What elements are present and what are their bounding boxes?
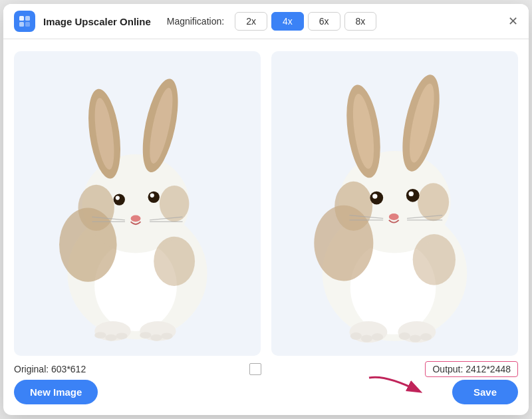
svg-rect-0: [19, 16, 24, 21]
titlebar: Image Upscaler Online Magnification: 2x …: [3, 4, 529, 39]
svg-rect-1: [25, 16, 30, 21]
svg-point-54: [350, 333, 362, 340]
svg-point-47: [389, 213, 399, 220]
svg-point-26: [94, 332, 106, 339]
svg-point-14: [160, 186, 190, 221]
mag-8x-button[interactable]: 8x: [344, 12, 377, 31]
svg-point-18: [150, 194, 154, 198]
svg-point-15: [114, 194, 125, 205]
mag-6x-button[interactable]: 6x: [308, 12, 340, 31]
mag-4x-button[interactable]: 4x: [271, 12, 304, 31]
svg-rect-2: [19, 22, 24, 27]
svg-point-16: [148, 191, 160, 202]
svg-point-55: [361, 335, 372, 342]
svg-point-28: [116, 333, 127, 339]
app-window: Image Upscaler Online Magnification: 2x …: [3, 4, 529, 415]
svg-point-31: [161, 333, 172, 339]
original-dimensions: Original: 603*612: [14, 364, 86, 374]
svg-rect-3: [25, 22, 30, 27]
magnification-buttons: 2x 4x 6x 8x: [235, 12, 376, 31]
svg-point-41: [334, 182, 372, 231]
upscaled-image-panel: [271, 51, 518, 356]
svg-point-59: [420, 333, 432, 341]
app-title: Image Upscaler Online: [43, 16, 151, 27]
svg-point-42: [418, 183, 449, 221]
save-button[interactable]: Save: [452, 380, 518, 404]
arrow-decoration: [366, 371, 426, 400]
svg-point-46: [409, 191, 414, 196]
footer-buttons: New Image Save: [3, 380, 529, 415]
svg-point-56: [372, 333, 383, 341]
original-image-panel: [14, 51, 261, 356]
output-dimensions: Output: 2412*2448: [425, 361, 518, 377]
svg-point-27: [105, 335, 116, 341]
compare-icon[interactable]: [249, 363, 261, 375]
status-row: Original: 603*612 Output: 2412*2448: [3, 356, 529, 380]
magnification-label: Magnification:: [167, 16, 224, 27]
mag-2x-button[interactable]: 2x: [235, 12, 267, 31]
svg-point-30: [150, 335, 162, 341]
new-image-button[interactable]: New Image: [14, 380, 98, 404]
svg-point-40: [413, 234, 456, 285]
original-rabbit-image: [14, 64, 261, 343]
svg-point-12: [154, 236, 195, 285]
content-area: [3, 39, 529, 356]
svg-point-45: [372, 194, 377, 198]
close-button[interactable]: ✕: [508, 15, 518, 27]
svg-point-19: [131, 215, 141, 221]
app-icon: [14, 11, 35, 32]
svg-point-13: [78, 185, 114, 231]
upscaled-rabbit-image: [271, 64, 518, 343]
svg-point-17: [116, 196, 120, 200]
svg-point-58: [410, 335, 421, 342]
svg-point-29: [140, 332, 151, 339]
svg-point-57: [399, 333, 410, 340]
